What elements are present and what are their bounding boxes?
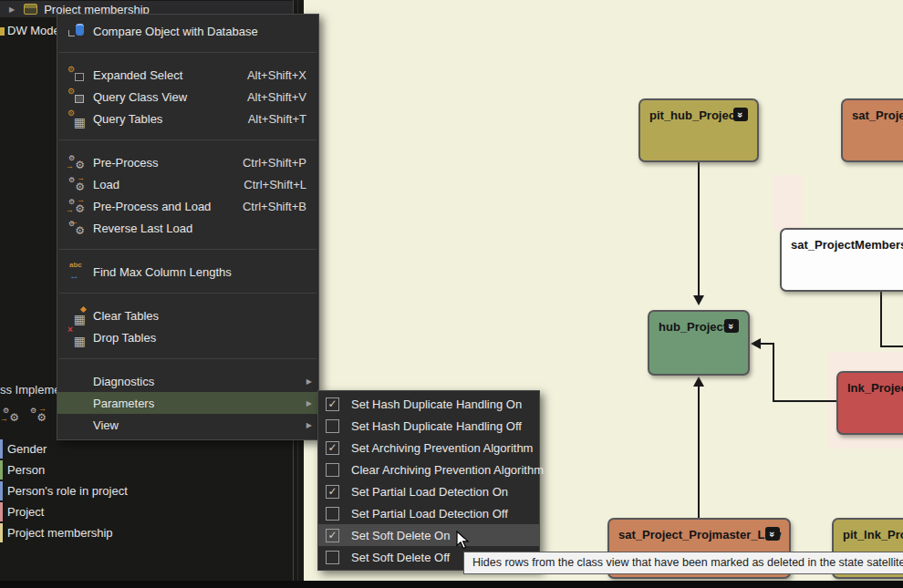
pre-process-and-load-icon: ⚙⚙→→	[67, 198, 86, 214]
checkbox-checked[interactable]: ✓	[326, 485, 339, 499]
double-chevron-icon: »	[768, 531, 778, 536]
submenu-item-set-partial-load-detection-off[interactable]: Set Partial Load Detection Off	[318, 502, 539, 524]
object-list: Gender Person Person's role in project P…	[0, 438, 292, 543]
list-item-label: Project	[7, 505, 44, 519]
checkbox-checked[interactable]: ✓	[326, 529, 339, 542]
diagram-halo	[773, 175, 803, 232]
menu-item-drop-tables[interactable]: ▦× Drop Tables	[57, 326, 318, 348]
menu-item-pre-process-and-load[interactable]: ⚙⚙→→ Pre-Process and Load Ctrl+Shift+B	[57, 195, 318, 217]
menu-item-label: Expanded Select	[93, 68, 247, 82]
checkbox-unchecked[interactable]	[326, 551, 339, 564]
menu-item-find-max-column-lengths[interactable]: abc↔ Find Max Column Lengths	[57, 261, 318, 283]
menu-shortcut: Alt+Shift+X	[247, 68, 306, 82]
diagram-node-hub-project[interactable]: hub_Project »	[648, 310, 750, 376]
list-item-gender[interactable]: Gender	[0, 438, 292, 459]
tooltip: Hides rows from the class view that have…	[463, 552, 903, 574]
parameters-submenu: ✓ Set Hash Duplicate Handling On Set Has…	[317, 390, 540, 571]
menu-item-query-class-view[interactable]: ⚙ Query Class View Alt+Shift+V	[57, 86, 318, 108]
menu-item-label: Find Max Column Lengths	[93, 265, 306, 279]
checkbox-checked[interactable]: ✓	[326, 397, 339, 411]
menu-shortcut: Ctrl+Shift+B	[243, 200, 306, 213]
submenu-item-set-archiving-prevention-algorithm[interactable]: ✓ Set Archiving Prevention Algorithm	[318, 437, 539, 459]
menu-item-compare-object-with-database[interactable]: Compare Object with Database	[57, 20, 318, 42]
query-class-view-icon: ⚙	[67, 88, 86, 105]
submenu-item-label: Set Hash Duplicate Handling On	[351, 397, 522, 411]
connector-line	[698, 162, 700, 295]
pre-process-icon[interactable]: ⚙⚙→	[2, 407, 20, 423]
context-menu: Compare Object with Database ⚙ Expanded …	[57, 14, 319, 440]
submenu-item-set-hash-duplicate-handling-off[interactable]: Set Hash Duplicate Handling Off	[318, 415, 539, 437]
menu-item-diagnostics[interactable]: Diagnostics ▶	[57, 370, 318, 392]
list-item-project-membership[interactable]: Project membership	[0, 522, 292, 543]
submenu-item-label: Set Partial Load Detection Off	[351, 507, 508, 521]
list-item-project[interactable]: Project	[0, 501, 292, 522]
menu-item-expanded-select[interactable]: ⚙ Expanded Select Alt+Shift+X	[57, 64, 318, 86]
color-bar	[0, 502, 3, 521]
expand-arrow-icon[interactable]: ▶	[9, 5, 15, 14]
menu-shortcut: Alt+Shift+V	[247, 90, 306, 104]
submenu-arrow-icon: ▶	[306, 421, 312, 429]
menu-item-label: Pre-Process and Load	[93, 200, 243, 213]
menu-item-parameters[interactable]: Parameters ▶	[57, 392, 318, 414]
menu-item-label: Drop Tables	[93, 331, 306, 345]
menu-item-view[interactable]: View ▶	[57, 414, 318, 436]
list-item-person[interactable]: Person	[0, 459, 292, 480]
application-window: pit_hub_Project » sat_ProjectM sat_Proje…	[0, 0, 903, 588]
diagram-node-sat-project[interactable]: sat_ProjectM	[841, 98, 903, 162]
menu-item-label: View	[93, 418, 306, 432]
connector-line	[773, 343, 774, 402]
menu-shortcut: Ctrl+Shift+P	[243, 156, 306, 170]
menu-separator	[59, 358, 317, 359]
tree-item-dw-model[interactable]: DW Model	[7, 24, 63, 37]
menu-shortcut: Ctrl+Shift+L	[244, 178, 306, 191]
model-icon	[0, 27, 5, 36]
node-label: sat_Project_Projmaster_Low	[609, 520, 789, 550]
submenu-item-clear-archiving-prevention-algorithm[interactable]: Clear Archiving Prevention Algorithm	[318, 459, 539, 480]
menu-item-pre-process[interactable]: ⚙⚙→ Pre-Process Ctrl+Shift+P	[57, 151, 318, 173]
menu-item-load[interactable]: ⚙⚙→ Load Ctrl+Shift+L	[57, 173, 318, 195]
diagram-node-pit-hub-project[interactable]: pit_hub_Project »	[638, 98, 759, 162]
load-icon[interactable]: ⚙⚙→	[29, 407, 47, 423]
submenu-item-label: Set Soft Delete On	[351, 529, 450, 542]
list-item-label: Person's role in project	[7, 484, 128, 498]
chevron-down-button[interactable]: »	[765, 527, 780, 541]
menu-separator	[59, 52, 317, 53]
checkbox-unchecked[interactable]	[326, 419, 339, 433]
diagram-node-sat-projectmembership[interactable]: sat_ProjectMembership_	[780, 228, 903, 292]
node-label: sat_ProjectMembership_	[782, 230, 903, 260]
submenu-item-set-soft-delete-on[interactable]: ✓ Set Soft Delete On	[318, 524, 539, 546]
node-label: sat_ProjectM	[843, 100, 903, 130]
checkbox-unchecked[interactable]	[326, 463, 339, 477]
drop-tables-icon: ▦×	[67, 329, 86, 346]
menu-icon-empty	[67, 373, 86, 389]
color-bar	[0, 460, 3, 480]
arrowhead-down-icon	[693, 295, 704, 305]
checkbox-checked[interactable]: ✓	[326, 441, 339, 455]
menu-item-label: Compare Object with Database	[93, 25, 306, 38]
connector-line	[761, 343, 774, 345]
query-tables-icon: ⚙▦	[67, 110, 86, 127]
color-bar	[0, 439, 3, 459]
checkbox-unchecked[interactable]	[326, 507, 339, 521]
list-item-label: Gender	[7, 442, 47, 456]
node-label: lnk_ProjectM	[838, 373, 903, 403]
submenu-item-set-partial-load-detection-on[interactable]: ✓ Set Partial Load Detection On	[318, 480, 539, 502]
chevron-down-button[interactable]: »	[724, 319, 739, 333]
chevron-down-button[interactable]: »	[733, 108, 748, 121]
list-item-persons-role-in-project[interactable]: Person's role in project	[0, 480, 292, 501]
compare-database-icon	[67, 23, 86, 39]
menu-item-reverse-last-load[interactable]: ⚙⚙← Reverse Last Load	[57, 217, 318, 239]
diagram-node-lnk-project[interactable]: lnk_ProjectM	[836, 371, 903, 435]
submenu-item-label: Set Partial Load Detection On	[351, 485, 508, 499]
node-label: pit_lnk_Projec	[834, 520, 903, 550]
menu-icon-empty	[67, 395, 86, 411]
menu-item-label: Reverse Last Load	[93, 222, 306, 235]
submenu-item-set-hash-duplicate-handling-on[interactable]: ✓ Set Hash Duplicate Handling On	[318, 393, 539, 415]
menu-item-query-tables[interactable]: ⚙▦ Query Tables Alt+Shift+T	[57, 108, 318, 129]
menu-item-clear-tables[interactable]: ▦ Clear Tables	[57, 304, 318, 326]
mouse-cursor-icon	[456, 531, 471, 554]
menu-item-label: Diagnostics	[93, 375, 306, 388]
connector-line	[698, 387, 700, 518]
double-chevron-icon: »	[727, 324, 737, 328]
table-icon	[24, 4, 37, 15]
